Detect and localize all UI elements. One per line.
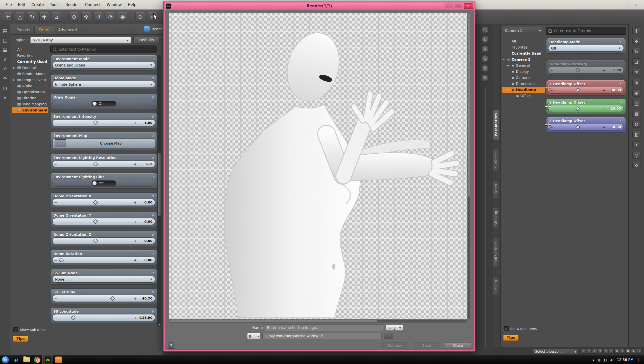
- expander-icon[interactable]: ▶: [507, 64, 510, 67]
- select-icon[interactable]: ✛: [632, 27, 640, 34]
- gear-icon[interactable]: [620, 100, 623, 104]
- close-icon[interactable]: ✕: [464, 3, 473, 9]
- menu-item[interactable]: Tools: [47, 2, 62, 8]
- gear-icon[interactable]: [151, 290, 154, 294]
- app-close-button[interactable]: ✕: [635, 3, 637, 7]
- slider-thumb[interactable]: [110, 296, 115, 301]
- slider-thumb[interactable]: [93, 200, 98, 205]
- scale-icon[interactable]: ⊿: [632, 58, 640, 65]
- slider-thumb[interactable]: [93, 120, 98, 125]
- tree-item[interactable]: ▣ Display: [502, 69, 545, 75]
- page-number-button[interactable]: 4: [603, 349, 608, 354]
- expander-icon[interactable]: ▼: [507, 88, 510, 91]
- taskbar-clock[interactable]: 12:56 PM: [617, 358, 633, 362]
- gear-icon[interactable]: [151, 175, 154, 179]
- gear-icon[interactable]: [620, 40, 623, 44]
- close-button[interactable]: Close: [445, 342, 471, 349]
- slider-thumb[interactable]: [93, 162, 98, 167]
- category-item[interactable]: All: [12, 47, 48, 53]
- gear-icon[interactable]: [151, 76, 154, 80]
- page-number-button[interactable]: 9: [631, 349, 636, 354]
- filter-input[interactable]: [554, 29, 624, 33]
- scene-block-icon[interactable]: ⊡: [3, 85, 7, 91]
- page-number-button[interactable]: 8: [626, 349, 630, 354]
- category-item[interactable]: ▶ General: [12, 65, 48, 71]
- tab-surfaces[interactable]: Surfaces: [493, 149, 499, 171]
- category-item[interactable]: Currently Used: [12, 59, 48, 65]
- start-button[interactable]: ⊞: [0, 355, 11, 364]
- slider-thumb[interactable]: [575, 125, 580, 130]
- geometry-selection-tool-icon[interactable]: △: [15, 12, 25, 22]
- tab-shaping[interactable]: Shaping: [493, 207, 499, 229]
- save-path-input[interactable]: [262, 333, 382, 339]
- help-button[interactable]: ?: [168, 343, 174, 349]
- page-number-button[interactable]: 3: [598, 349, 603, 354]
- render-button[interactable]: Render: [144, 26, 163, 32]
- category-item[interactable]: Optimization: [12, 89, 48, 95]
- category-item[interactable]: Tone Mapping: [12, 101, 48, 107]
- spot-render-tool-icon[interactable]: ◉: [118, 12, 127, 22]
- pan-icon[interactable]: ✛: [481, 46, 489, 53]
- menu-item[interactable]: Create: [28, 2, 47, 8]
- resume-button[interactable]: Resume: [382, 342, 408, 349]
- folder-dropdown[interactable]: ▤: [247, 333, 260, 339]
- parameter-dropdown[interactable]: Dome and Scene: [52, 62, 155, 69]
- undo-icon[interactable]: ↶: [3, 66, 7, 72]
- translate-icon[interactable]: ✚: [632, 38, 640, 45]
- decrement-icon[interactable]: [54, 239, 57, 243]
- cameras-small-icon[interactable]: ◎: [632, 152, 640, 159]
- increment-icon[interactable]: [134, 316, 137, 320]
- decrement-icon[interactable]: [54, 258, 57, 262]
- tab-advanced[interactable]: Advanced: [54, 26, 81, 34]
- app-maximize-button[interactable]: ▢: [627, 3, 630, 7]
- slider-thumb[interactable]: [575, 106, 580, 111]
- scale-tool-icon[interactable]: ⊿: [52, 12, 61, 22]
- decrement-icon[interactable]: [54, 121, 57, 125]
- dolly-zoom-icon[interactable]: ◎: [481, 55, 489, 62]
- tree-item[interactable]: ▶ ▣ General: [502, 62, 545, 69]
- page-number-button[interactable]: 5: [609, 349, 614, 354]
- parameter-slider[interactable]: 0.00: [52, 237, 155, 244]
- render-small-icon[interactable]: ◉: [632, 89, 640, 97]
- gear-icon[interactable]: [151, 156, 154, 160]
- filter-input[interactable]: [58, 47, 155, 52]
- frame-icon[interactable]: ⊡: [481, 65, 489, 72]
- lesson-dropdown[interactable]: Select a Lesson...: [533, 348, 579, 354]
- page-number-button[interactable]: 2: [592, 349, 597, 354]
- menu-item[interactable]: Edit: [15, 2, 28, 8]
- category-item[interactable]: ▶ Progressive R...: [12, 77, 48, 83]
- page-number-button[interactable]: 6: [614, 349, 619, 354]
- figure-icon[interactable]: ✦: [3, 95, 7, 101]
- gear-icon[interactable]: [151, 95, 154, 99]
- parameter-slider[interactable]: 1.00: [52, 119, 155, 126]
- slider-thumb[interactable]: [59, 258, 64, 263]
- help-small-icon[interactable]: ✜: [632, 162, 640, 169]
- gear-icon[interactable]: [151, 309, 154, 313]
- redo-icon[interactable]: ↷: [3, 76, 7, 81]
- orbit-icon[interactable]: ↻: [481, 36, 489, 43]
- decrement-icon[interactable]: [550, 88, 553, 92]
- image-name-input[interactable]: [265, 324, 384, 331]
- tree-item[interactable]: Currently Used: [502, 50, 545, 56]
- category-item[interactable]: Favorites: [12, 53, 48, 59]
- parameter-map[interactable]: Choose Map: [52, 139, 155, 148]
- category-item[interactable]: Environment: [12, 107, 48, 113]
- show-desktop-button[interactable]: [638, 358, 641, 362]
- category-item[interactable]: Render Mode: [12, 71, 48, 77]
- canvas-horizontal-scrollbar[interactable]: [169, 320, 467, 323]
- gear-icon[interactable]: [620, 62, 623, 66]
- action-center-icon[interactable]: ▦: [597, 358, 601, 362]
- tray-expand-icon[interactable]: ▴: [593, 358, 595, 362]
- page-prev-button[interactable]: ‹: [581, 349, 586, 354]
- aim-view-icon[interactable]: ⊕: [632, 79, 640, 86]
- puppeteer-icon[interactable]: ◍: [632, 121, 640, 128]
- scrollbar[interactable]: [157, 55, 161, 326]
- parameter-dropdown[interactable]: Off: [548, 45, 624, 52]
- content-folder-icon[interactable]: ▤: [3, 28, 7, 33]
- tab-lights[interactable]: Lights: [493, 180, 499, 198]
- parameter-slider[interactable]: 1.00: [548, 67, 624, 74]
- chrome-icon[interactable]: [32, 355, 42, 364]
- viewport-scrollbar[interactable]: [485, 87, 486, 348]
- canvas-vertical-scrollbar[interactable]: [468, 13, 470, 319]
- gear-icon[interactable]: [151, 115, 154, 119]
